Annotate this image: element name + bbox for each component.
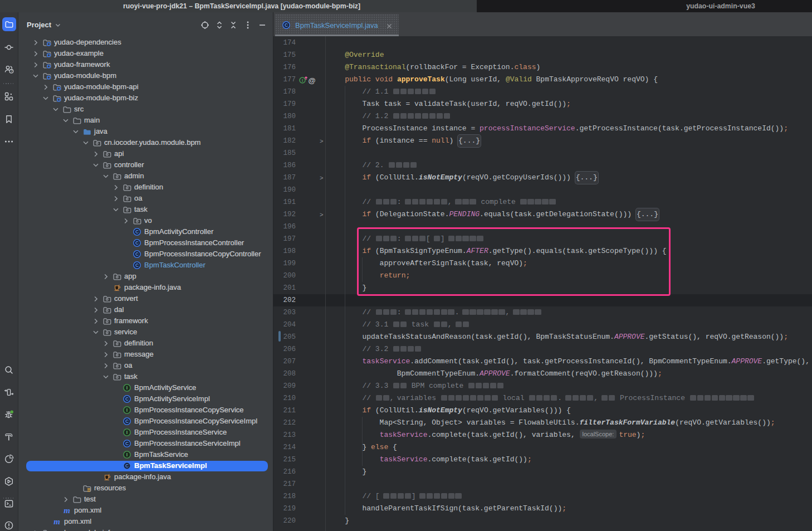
svg-text:I: I	[126, 407, 128, 413]
svg-text:?: ?	[10, 69, 12, 73]
svg-text:C: C	[125, 396, 129, 402]
svg-text:I: I	[302, 78, 303, 83]
svg-text:C: C	[125, 418, 129, 424]
svg-text:m: m	[63, 506, 70, 515]
svg-text:I: I	[126, 385, 128, 391]
svg-text:C: C	[135, 262, 139, 268]
svg-text:C: C	[125, 441, 129, 446]
svg-text:C: C	[135, 240, 139, 246]
svg-text:C: C	[135, 251, 139, 257]
svg-text:C: C	[135, 229, 139, 235]
svg-text:I: I	[126, 430, 128, 435]
svg-text:m: m	[53, 517, 60, 526]
svg-text:C: C	[125, 463, 129, 469]
svg-text:C: C	[285, 22, 288, 28]
svg-text:I: I	[126, 452, 128, 457]
svg-text:@: @	[308, 76, 315, 85]
